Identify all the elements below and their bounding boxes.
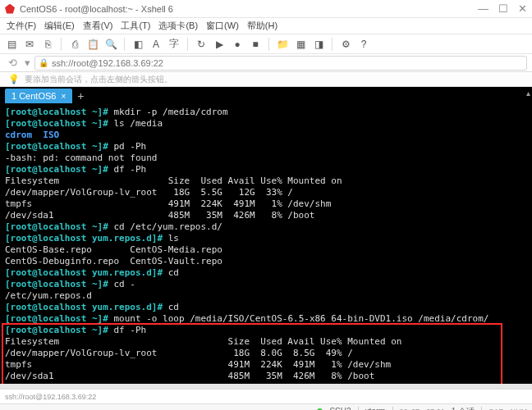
close-button[interactable]: ✕	[518, 2, 527, 15]
address-field[interactable]: 🔒 ssh://root@192.168.3.69:22	[34, 56, 527, 71]
stop-icon[interactable]: ■	[249, 38, 262, 51]
window-title: CentOS6 - root@localhost:~ - Xshell 6	[20, 4, 173, 14]
menu-item[interactable]: 工具(T)	[121, 20, 150, 32]
status-ssh: SSH2	[329, 407, 351, 410]
history-menu-icon[interactable]: ▾	[20, 56, 34, 71]
status-pos: 27,21	[426, 408, 445, 411]
menu-item[interactable]: 帮助(H)	[247, 20, 277, 32]
terminal-icon[interactable]: ◨	[312, 38, 325, 51]
menu-item[interactable]: 选项卡(B)	[158, 20, 198, 32]
font-icon[interactable]: A	[149, 38, 163, 51]
minimize-button[interactable]: —	[478, 2, 488, 15]
status-right: SSH2 xterm 96x27 27,21 1 会话 CAP NUM	[317, 406, 527, 411]
address-bar: ⟲ ▾ 🔒 ssh://root@192.168.3.69:22	[0, 54, 532, 72]
save-icon[interactable]: ⎘	[41, 38, 54, 51]
copy-icon[interactable]: ⎙	[68, 38, 81, 51]
window-controls: — ☐ ✕	[478, 2, 527, 15]
footer-address-text: ssh://root@192.168.3.69:22	[5, 393, 96, 401]
folder-icon[interactable]: 📁	[276, 38, 289, 51]
status-bar: SSH2 xterm 96x27 27,21 1 会话 CAP NUM	[0, 403, 532, 410]
address-text: ssh://root@192.168.3.69:22	[52, 58, 163, 68]
record-icon[interactable]: ●	[231, 38, 244, 51]
scroll-up-icon[interactable]: ▴	[526, 89, 530, 98]
separator	[61, 38, 62, 51]
new-session-icon[interactable]: ▤	[5, 38, 18, 51]
search-icon[interactable]: 🔍	[104, 38, 117, 51]
encoding-icon[interactable]: 字	[167, 38, 181, 51]
footer-address: ssh://root@192.168.3.69:22	[0, 389, 532, 403]
layout-icon[interactable]: ▦	[294, 38, 307, 51]
history-back-icon[interactable]: ⟲	[5, 56, 20, 71]
session-tab[interactable]: 1 CentOS6 ×	[5, 89, 72, 103]
status-term: xterm	[365, 407, 386, 410]
hint-text: 要添加当前会话，点击左侧的箭头按钮。	[25, 74, 172, 85]
menu-item[interactable]: 编辑(E)	[44, 20, 75, 32]
app-icon	[5, 4, 15, 14]
toolbar: ▤✉⎘⎙📋🔍◧A字↻▶●■📁▦◨⚙?	[0, 34, 532, 54]
status-num: NUM	[511, 408, 528, 411]
maximize-button[interactable]: ☐	[498, 2, 508, 15]
play-icon[interactable]: ▶	[213, 38, 226, 51]
hint-strip: 💡 要添加当前会话，点击左侧的箭头按钮。	[0, 72, 532, 87]
gear-icon[interactable]: ⚙	[339, 38, 352, 51]
paste-icon[interactable]: 📋	[86, 38, 99, 51]
add-tab-button[interactable]: +	[77, 89, 84, 102]
session-tab-label: 1 CentOS6	[11, 91, 56, 101]
open-icon[interactable]: ✉	[23, 38, 36, 51]
menu-item[interactable]: 文件(F)	[7, 20, 36, 32]
terminal-output: [root@localhost ~]# mkdir -p /media/cdro…	[5, 107, 527, 384]
session-tab-bar: 1 CentOS6 × + ▴	[0, 87, 532, 105]
separator	[332, 38, 332, 51]
menu-item[interactable]: 查看(V)	[83, 20, 113, 32]
terminal-view[interactable]: [root@localhost ~]# mkdir -p /media/cdro…	[0, 105, 532, 384]
menu-bar: 文件(F)编辑(E)查看(V)工具(T)选项卡(B)窗口(W)帮助(H)	[0, 18, 532, 34]
separator	[187, 38, 188, 51]
bulb-icon: 💡	[8, 74, 20, 84]
status-cap: CAP	[488, 408, 504, 411]
help-icon[interactable]: ?	[357, 38, 370, 51]
reconnect-icon[interactable]: ↻	[195, 38, 208, 51]
separator	[268, 38, 269, 51]
color-icon[interactable]: ◧	[131, 38, 144, 51]
menu-item[interactable]: 窗口(W)	[206, 20, 239, 32]
status-size: 96x27	[400, 408, 420, 411]
status-session: 1 会话	[452, 406, 475, 411]
lock-icon: 🔒	[39, 58, 48, 67]
close-tab-icon[interactable]: ×	[61, 92, 66, 101]
separator	[124, 38, 125, 51]
title-bar: CentOS6 - root@localhost:~ - Xshell 6 — …	[0, 0, 532, 18]
